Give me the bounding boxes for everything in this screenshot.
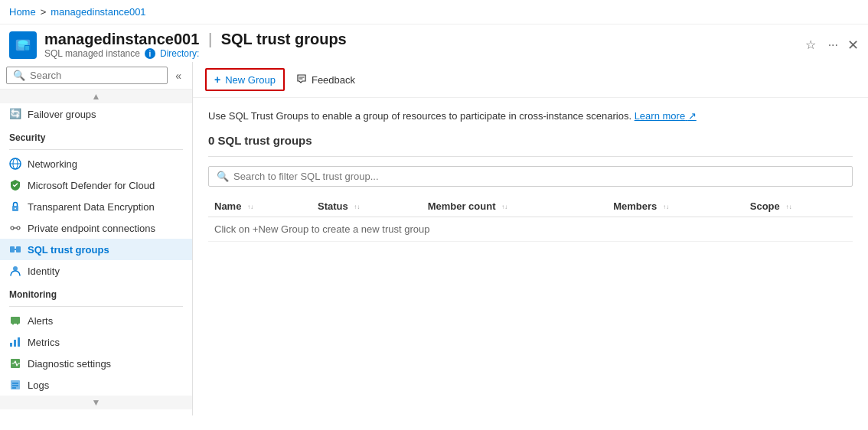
scope-sort-icon: ↑↓	[785, 204, 791, 210]
col-status[interactable]: Status ↑↓	[312, 196, 422, 217]
breadcrumb-resource[interactable]: managedinstance001	[51, 6, 145, 18]
sidebar-item-alerts[interactable]: Alerts	[0, 310, 192, 331]
empty-message: Click on +New Group to create a new trus…	[208, 217, 853, 242]
learn-more-link[interactable]: Learn more ↗	[635, 110, 697, 122]
sidebar-item-logs[interactable]: Logs	[0, 374, 192, 396]
sidebar-search-container[interactable]: 🔍	[6, 67, 168, 84]
page-title: managedinstance001 | SQL trust groups	[44, 31, 795, 48]
scroll-up-indicator[interactable]: ▲	[0, 90, 192, 103]
trust-group-count: 0 SQL trust groups	[208, 134, 853, 147]
content-description: Use SQL Trust Groups to enable a group o…	[208, 110, 853, 122]
top-bar: Home > managedinstance001	[0, 0, 868, 24]
breadcrumb: Home > managedinstance001	[9, 6, 146, 18]
filter-input[interactable]	[233, 171, 844, 182]
sidebar-item-private-endpoint[interactable]: Private endpoint connections	[0, 217, 192, 239]
svg-rect-3	[25, 45, 30, 49]
tde-icon	[9, 200, 21, 213]
svg-point-10	[17, 226, 20, 230]
col-member-count[interactable]: Member count ↑↓	[422, 196, 608, 217]
sidebar-item-defender[interactable]: Microsoft Defender for Cloud	[0, 174, 192, 196]
diagnostic-icon	[9, 357, 21, 370]
col-scope[interactable]: Scope ↑↓	[744, 196, 853, 217]
sidebar: 🔍 « ▲ 🔄 Failover groups Security Network…	[0, 62, 193, 415]
members-sort-icon: ↑↓	[663, 204, 669, 210]
security-divider	[9, 149, 183, 150]
col-name[interactable]: Name ↑↓	[208, 196, 312, 217]
feedback-button[interactable]: Feedback	[288, 69, 364, 91]
close-button[interactable]: ✕	[847, 37, 859, 54]
svg-rect-18	[14, 340, 16, 347]
col-members[interactable]: Members ↑↓	[607, 196, 744, 217]
content-area: + New Group Feedback Use SQL Trust Group…	[193, 62, 868, 415]
content-toolbar: + New Group Feedback	[193, 62, 868, 98]
resource-icon	[9, 31, 37, 59]
content-main: Use SQL Trust Groups to enable a group o…	[193, 98, 868, 415]
svg-rect-12	[10, 246, 15, 252]
sidebar-item-networking[interactable]: Networking	[0, 153, 192, 174]
plus-icon: +	[214, 73, 220, 86]
filter-search-icon: 🔍	[217, 171, 229, 182]
monitoring-divider	[9, 306, 183, 307]
svg-point-15	[13, 266, 18, 271]
new-group-button[interactable]: + New Group	[205, 68, 285, 91]
identity-icon	[9, 265, 21, 277]
sidebar-item-identity[interactable]: Identity	[0, 260, 192, 282]
sidebar-item-diagnostic[interactable]: Diagnostic settings	[0, 353, 192, 374]
monitoring-section-label: Monitoring	[0, 282, 192, 303]
filter-bar[interactable]: 🔍	[208, 166, 853, 187]
count-divider	[208, 156, 853, 157]
sidebar-item-metrics[interactable]: Metrics	[0, 331, 192, 353]
sidebar-content: ▲ 🔄 Failover groups Security Networking …	[0, 90, 192, 415]
alerts-icon	[9, 314, 21, 327]
favorite-button[interactable]: ☆	[802, 34, 819, 55]
security-section-label: Security	[0, 125, 192, 146]
main-layout: 🔍 « ▲ 🔄 Failover groups Security Network…	[0, 62, 868, 415]
page-header: managedinstance001 | SQL trust groups SQ…	[0, 24, 868, 62]
sidebar-item-failover-groups[interactable]: 🔄 Failover groups	[0, 103, 192, 125]
sidebar-item-sql-trust-groups[interactable]: SQL trust groups	[0, 239, 192, 260]
shield-icon	[9, 179, 21, 191]
header-actions: ☆ ··· ✕	[802, 34, 859, 55]
breadcrumb-home[interactable]: Home	[9, 6, 36, 18]
table-empty-row: Click on +New Group to create a new trus…	[208, 217, 853, 242]
svg-rect-17	[10, 343, 12, 347]
svg-point-9	[11, 226, 14, 230]
breadcrumb-sep: >	[41, 6, 47, 18]
scroll-down-indicator[interactable]: ▼	[0, 396, 192, 409]
metrics-icon	[9, 336, 21, 348]
endpoint-icon	[9, 222, 21, 234]
header-subtitle: SQL managed instance i Directory:	[44, 48, 795, 59]
trust-groups-table: Name ↑↓ Status ↑↓ Member count ↑↓ Memb	[208, 196, 853, 242]
info-icon[interactable]: i	[145, 48, 155, 59]
logs-icon	[9, 379, 21, 391]
member-count-sort-icon: ↑↓	[501, 204, 507, 210]
sidebar-collapse-button[interactable]: «	[171, 68, 186, 83]
table-body: Click on +New Group to create a new trus…	[208, 217, 853, 242]
failover-icon: 🔄	[9, 108, 21, 120]
search-icon: 🔍	[13, 70, 25, 81]
svg-rect-16	[11, 317, 20, 324]
sidebar-search-row: 🔍 «	[0, 62, 192, 90]
table-header: Name ↑↓ Status ↑↓ Member count ↑↓ Memb	[208, 196, 853, 217]
name-sort-icon: ↑↓	[247, 204, 253, 210]
search-input[interactable]	[30, 70, 161, 81]
network-icon	[9, 158, 21, 170]
sidebar-item-tde[interactable]: Transparent Data Encryption	[0, 196, 192, 217]
header-title-block: managedinstance001 | SQL trust groups SQ…	[44, 31, 795, 59]
svg-point-8	[15, 208, 16, 210]
feedback-icon	[296, 73, 307, 86]
svg-rect-13	[16, 246, 21, 252]
svg-rect-19	[18, 337, 20, 347]
status-sort-icon: ↑↓	[354, 204, 360, 210]
more-options-button[interactable]: ···	[825, 35, 841, 55]
sql-trust-icon	[9, 243, 21, 256]
